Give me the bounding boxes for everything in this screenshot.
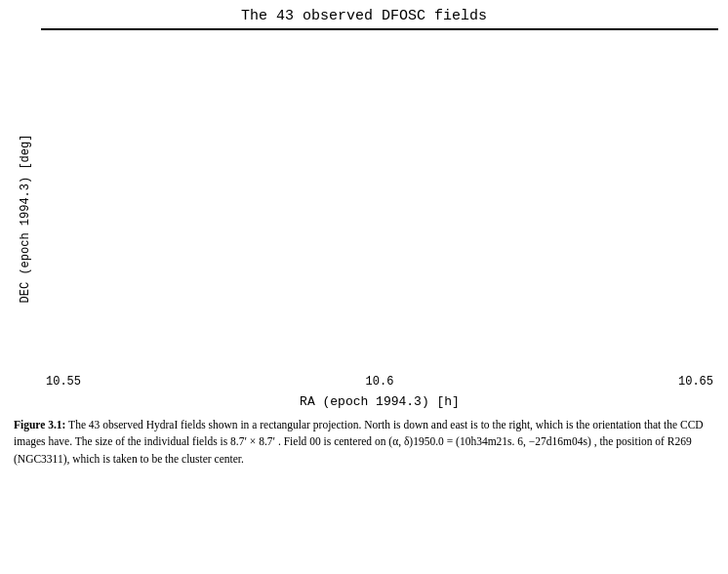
caption-body: The 43 observed HydraI fields shown in a… xyxy=(14,419,704,465)
x-tick-1: 10.55 xyxy=(46,375,81,389)
x-tick-3: 10.65 xyxy=(678,375,713,389)
figure-caption: Figure 3.1: The 43 observed HydraI field… xyxy=(10,417,718,468)
chart-title: The 43 observed DFOSC fields xyxy=(10,8,718,24)
x-tick-2: 10.6 xyxy=(366,375,394,389)
chart-area: DEC (epoch 1994.3) [deg] xyxy=(10,28,718,409)
plot-and-xaxis: 535 xyxy=(41,28,718,409)
caption-label: Figure 3.1: xyxy=(14,419,65,430)
x-axis-labels: 10.55 10.6 10.65 xyxy=(41,373,718,389)
x-axis-label: RA (epoch 1994.3) [h] xyxy=(41,394,718,409)
main-container: The 43 observed DFOSC fields DEC (epoch … xyxy=(0,0,728,574)
plot-frame: 535 xyxy=(41,28,718,30)
